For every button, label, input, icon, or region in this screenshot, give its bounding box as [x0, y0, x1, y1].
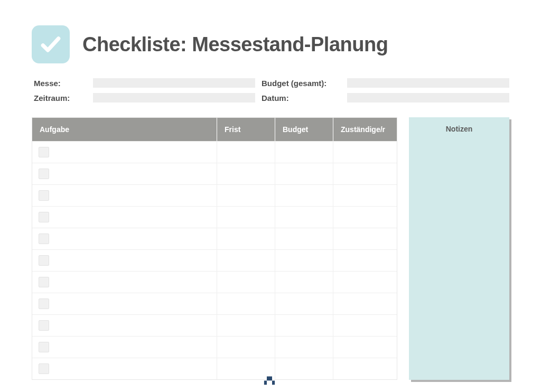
- check-icon: [32, 25, 70, 63]
- notes-panel[interactable]: Notizen: [409, 117, 509, 380]
- cell-budget[interactable]: [275, 142, 333, 163]
- cell-frist[interactable]: [217, 315, 275, 336]
- cell-budget[interactable]: [275, 293, 333, 314]
- table-row: [32, 228, 397, 249]
- checklist-table: Aufgabe Frist Budget Zuständige/r: [32, 117, 397, 380]
- cell-aufgabe[interactable]: [32, 185, 217, 206]
- cell-aufgabe[interactable]: [32, 142, 217, 163]
- cell-budget[interactable]: [275, 185, 333, 206]
- table-row: [32, 293, 397, 314]
- row-checkbox[interactable]: [39, 277, 49, 287]
- row-checkbox[interactable]: [39, 190, 49, 201]
- table-header: Aufgabe Frist Budget Zuständige/r: [32, 118, 397, 141]
- cell-aufgabe[interactable]: [32, 293, 217, 314]
- notes-title: Notizen: [409, 117, 509, 133]
- row-checkbox[interactable]: [39, 169, 49, 179]
- cell-aufgabe[interactable]: [32, 207, 217, 228]
- meta-label-zeitraum: Zeitraum:: [34, 94, 87, 102]
- brand-icon: ▞▚: [264, 377, 275, 385]
- meta-label-datum: Datum:: [262, 94, 341, 102]
- row-checkbox[interactable]: [39, 147, 49, 157]
- page-container: Checkliste: Messestand-Planung Messe: Bu…: [0, 0, 541, 390]
- row-checkbox[interactable]: [39, 363, 49, 374]
- main-content: Aufgabe Frist Budget Zuständige/r Notize…: [32, 117, 509, 380]
- meta-section: Messe: Budget (gesamt): Zeitraum: Datum:: [32, 78, 509, 102]
- cell-aufgabe[interactable]: [32, 250, 217, 271]
- meta-input-budget-gesamt[interactable]: [347, 78, 509, 88]
- page-footer: ▞▚: [0, 377, 541, 385]
- table-row: [32, 271, 397, 293]
- table-row: [32, 163, 397, 184]
- col-budget: Budget: [275, 118, 333, 141]
- cell-zustaendig[interactable]: [333, 272, 397, 293]
- cell-frist[interactable]: [217, 185, 275, 206]
- cell-budget[interactable]: [275, 207, 333, 228]
- cell-frist[interactable]: [217, 337, 275, 358]
- cell-frist[interactable]: [217, 272, 275, 293]
- cell-budget[interactable]: [275, 272, 333, 293]
- cell-budget[interactable]: [275, 163, 333, 184]
- cell-frist[interactable]: [217, 228, 275, 249]
- page-header: Checkliste: Messestand-Planung: [32, 25, 509, 63]
- table-body: [32, 141, 397, 379]
- table-row: [32, 314, 397, 336]
- row-checkbox[interactable]: [39, 234, 49, 244]
- meta-input-datum[interactable]: [347, 93, 509, 102]
- row-checkbox[interactable]: [39, 298, 49, 309]
- cell-zustaendig[interactable]: [333, 315, 397, 336]
- cell-aufgabe[interactable]: [32, 315, 217, 336]
- cell-zustaendig[interactable]: [333, 250, 397, 271]
- row-checkbox[interactable]: [39, 320, 49, 331]
- cell-zustaendig[interactable]: [333, 163, 397, 184]
- row-checkbox[interactable]: [39, 212, 49, 222]
- cell-frist[interactable]: [217, 142, 275, 163]
- cell-frist[interactable]: [217, 207, 275, 228]
- cell-zustaendig[interactable]: [333, 185, 397, 206]
- cell-budget[interactable]: [275, 315, 333, 336]
- meta-input-messe[interactable]: [93, 78, 255, 88]
- table-row: [32, 184, 397, 206]
- cell-zustaendig[interactable]: [333, 142, 397, 163]
- table-row: [32, 141, 397, 163]
- cell-budget[interactable]: [275, 228, 333, 249]
- col-aufgabe: Aufgabe: [32, 118, 217, 141]
- table-row: [32, 336, 397, 358]
- cell-zustaendig[interactable]: [333, 337, 397, 358]
- meta-label-messe: Messe:: [34, 79, 87, 88]
- cell-frist[interactable]: [217, 250, 275, 271]
- cell-zustaendig[interactable]: [333, 207, 397, 228]
- cell-frist[interactable]: [217, 163, 275, 184]
- table-row: [32, 249, 397, 271]
- row-checkbox[interactable]: [39, 342, 49, 352]
- table-row: [32, 358, 397, 379]
- cell-aufgabe[interactable]: [32, 163, 217, 184]
- cell-zustaendig[interactable]: [333, 293, 397, 314]
- cell-budget[interactable]: [275, 358, 333, 379]
- col-zustaendig: Zuständige/r: [333, 118, 397, 141]
- meta-label-budget-gesamt: Budget (gesamt):: [262, 79, 341, 88]
- page-title: Checkliste: Messestand-Planung: [82, 33, 388, 56]
- meta-input-zeitraum[interactable]: [93, 93, 255, 102]
- cell-frist[interactable]: [217, 293, 275, 314]
- row-checkbox[interactable]: [39, 255, 49, 266]
- cell-zustaendig[interactable]: [333, 228, 397, 249]
- cell-aufgabe[interactable]: [32, 337, 217, 358]
- cell-aufgabe[interactable]: [32, 272, 217, 293]
- cell-budget[interactable]: [275, 250, 333, 271]
- col-frist: Frist: [217, 118, 275, 141]
- cell-aufgabe[interactable]: [32, 358, 217, 379]
- cell-frist[interactable]: [217, 358, 275, 379]
- cell-budget[interactable]: [275, 337, 333, 358]
- cell-zustaendig[interactable]: [333, 358, 397, 379]
- cell-aufgabe[interactable]: [32, 228, 217, 249]
- table-row: [32, 206, 397, 228]
